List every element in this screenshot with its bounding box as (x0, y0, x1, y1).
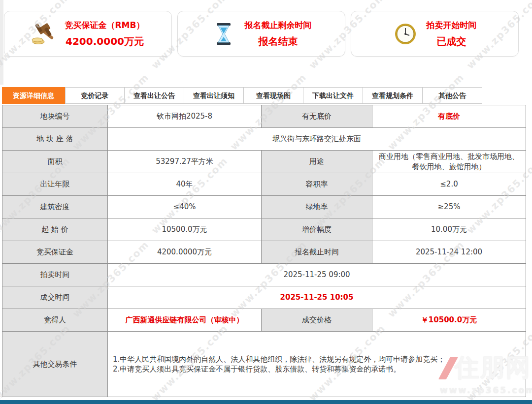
auction-start-card-value: 已成交 (427, 35, 477, 48)
auction-start-card-title: 拍卖开始时间 (427, 20, 477, 31)
summary-cards: 竞买保证金（RMB） 4200.0000万元 报名截止剩余时间 报名结束 (4, 11, 519, 57)
deposit-card-value: 4200.0000万元 (65, 35, 145, 48)
tab-view-transfer-instructions[interactable]: 查看出让须知 (184, 87, 244, 104)
field-label: 容积率 (262, 173, 372, 196)
field-label: 增价幅度 (262, 218, 372, 241)
table-row: 地 块 座 落坭兴街与东环路交汇处东面 (2, 128, 526, 151)
field-value: ≤2.0 (372, 173, 526, 196)
field-value: 10500.0万元 (108, 218, 262, 241)
gavel-icon (32, 22, 56, 46)
table-row: 地块编号钦市网拍2025-8有无底价有底价 (2, 105, 526, 128)
field-label: 成交时间 (2, 286, 108, 309)
tab-bar: 资源详细信息竞价记录查看出让公告查看出让须知查看现场图下载出让文件查看规划条件其… (2, 87, 482, 104)
field-label: 绿地率 (262, 196, 372, 218)
land-detail-table-wrap: 地块编号钦市网拍2025-8有无底价有底价地 块 座 落坭兴街与东环路交汇处东面… (2, 105, 526, 397)
field-value: 10.00万元 (372, 218, 526, 241)
table-row: 其他交易条件1.中华人民共和国境内外的自然人、法人和其他组织，除法律、法规另有规… (2, 332, 526, 397)
hourglass-icon (211, 22, 236, 46)
field-value: 4200.0000万元 (108, 241, 262, 264)
field-label: 拍卖时间 (2, 264, 108, 286)
field-label: 出让年限 (2, 173, 108, 196)
field-value: 2025-11-25 09:00 (108, 264, 526, 286)
auction-start-card-text: 拍卖开始时间 已成交 (427, 20, 477, 48)
page-left-gutter (0, 0, 3, 85)
table-row: 拍卖时间2025-11-25 09:00 (2, 264, 526, 286)
field-value: 钦市网拍2025-8 (108, 105, 262, 128)
field-label: 地 块 座 落 (2, 128, 108, 151)
field-value: ￥10500.0万元 (372, 309, 526, 332)
field-label: 报名截止时间 (262, 241, 372, 264)
field-value: 广西新通供应链有限公司（审核中） (108, 309, 262, 332)
field-value: 2025-11-24 12:00 (372, 241, 526, 264)
tab-view-site-photo[interactable]: 查看现场图 (244, 87, 303, 104)
field-value: 53297.27平方米 (108, 151, 262, 173)
field-label: 其他交易条件 (2, 332, 108, 397)
tab-other-notices[interactable]: 其他公告 (423, 87, 482, 104)
auction-start-card: 拍卖开始时间 已成交 (351, 11, 519, 57)
table-row: 建筑密度≤40%绿地率≥25% (2, 196, 526, 218)
field-label: 建筑密度 (2, 196, 108, 218)
field-label: 起 始 价 (2, 218, 108, 241)
registration-deadline-card: 报名截止剩余时间 报名结束 (177, 11, 345, 57)
field-value: 1.中华人民共和国境内外的自然人、法人和其他组织，除法律、法规另有规定外，均可申… (108, 332, 526, 397)
field-value: ≥25% (372, 196, 526, 218)
tab-view-planning-conditions[interactable]: 查看规划条件 (363, 87, 423, 104)
field-value: 40年 (108, 173, 262, 196)
field-label: 竞买保证金 (2, 241, 108, 264)
land-detail-table: 地块编号钦市网拍2025-8有无底价有底价地 块 座 落坭兴街与东环路交汇处东面… (2, 105, 526, 397)
bottom-bar (0, 400, 532, 404)
tab-view-transfer-notice[interactable]: 查看出让公告 (125, 87, 184, 104)
land-detail-table-body: 地块编号钦市网拍2025-8有无底价有底价地 块 座 落坭兴街与东环路交汇处东面… (2, 105, 526, 397)
field-label: 面积 (2, 151, 108, 173)
registration-deadline-card-value: 报名结束 (245, 35, 312, 48)
field-value: 2025-11-25 10:05 (108, 286, 526, 309)
field-label: 用途 (262, 151, 372, 173)
deposit-card-title: 竞买保证金（RMB） (65, 20, 145, 31)
field-label: 成交价格 (262, 309, 372, 332)
table-row: 出让年限40年容积率≤2.0 (2, 173, 526, 196)
deposit-card-text: 竞买保证金（RMB） 4200.0000万元 (65, 20, 145, 48)
field-label: 地块编号 (2, 105, 108, 128)
table-row: 面积53297.27平方米用途商业用地（零售商业用地、批发市场用地、餐饮用地、旅… (2, 151, 526, 173)
tab-bid-record[interactable]: 竞价记录 (65, 87, 125, 104)
registration-deadline-card-title: 报名截止剩余时间 (245, 20, 312, 31)
table-row: 竞得人广西新通供应链有限公司（审核中）成交价格￥10500.0万元 (2, 309, 526, 332)
field-value: 坭兴街与东环路交汇处东面 (108, 128, 526, 151)
table-row: 竞买保证金4200.0000万元报名截止时间2025-11-24 12:00 (2, 241, 526, 264)
clock-icon (393, 22, 418, 46)
field-value: 有底价 (372, 105, 526, 128)
table-row: 成交时间2025-11-25 10:05 (2, 286, 526, 309)
field-label: 竞得人 (2, 309, 108, 332)
table-row: 起 始 价10500.0万元增价幅度10.00万元 (2, 218, 526, 241)
registration-deadline-card-text: 报名截止剩余时间 报名结束 (245, 20, 312, 48)
tab-download-transfer-files[interactable]: 下载出让文件 (303, 87, 363, 104)
field-value: 商业用地（零售商业用地、批发市场用地、餐饮用地、旅馆用地） (372, 151, 526, 173)
field-value: ≤40% (108, 196, 262, 218)
tab-resource-detail[interactable]: 资源详细信息 (2, 87, 65, 104)
deposit-card: 竞买保证金（RMB） 4200.0000万元 (4, 11, 172, 57)
field-label: 有无底价 (262, 105, 372, 128)
